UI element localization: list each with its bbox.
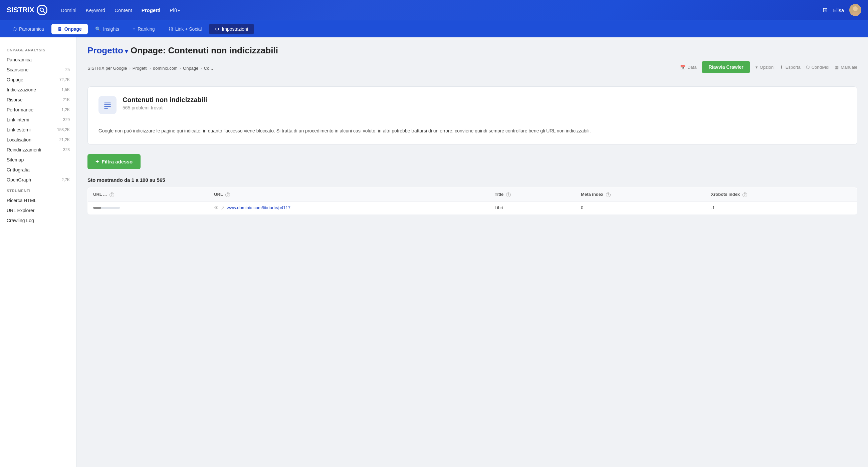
table-row: 👁 ↗ www.dominio.com/libriarte/p4117 Libr…	[88, 201, 857, 214]
svg-rect-8	[104, 108, 108, 109]
help-icon-meta-index[interactable]: ?	[606, 193, 611, 197]
sidebar-item-scansione[interactable]: Scansione 25	[0, 65, 76, 75]
help-icon-title[interactable]: ?	[506, 193, 511, 197]
card-subtitle: 565 problemi trovati	[123, 105, 207, 110]
breadcrumb-progetti[interactable]: Progetti	[132, 66, 148, 71]
toolbar: 📅 Data Riavvia Crawler ▾ Opzioni ⬇ Espor…	[680, 61, 857, 73]
date-picker[interactable]: 📅 Data	[680, 65, 696, 70]
sidebar-item-panoramica[interactable]: Panoramica	[0, 55, 76, 65]
nav-domini[interactable]: Domini	[61, 7, 76, 13]
list-icon	[103, 101, 112, 109]
second-navigation: ⬡ Panoramica 🖥 Onpage 🔍 Insights ≡ Ranki…	[0, 20, 868, 37]
tab-ranking[interactable]: ≡ Ranking	[127, 24, 161, 34]
search-icon: 🔍	[95, 26, 101, 32]
sidebar: ONPAGE ANALYSIS Panoramica Scansione 25 …	[0, 37, 77, 467]
top-nav-right: ⊞ Elisa	[823, 4, 861, 16]
col-url: URL ?	[209, 188, 489, 201]
breadcrumb-sistrix[interactable]: SISTRIX per Google	[88, 66, 127, 71]
info-card: Contenuti non indicizzabili 565 problemi…	[88, 87, 857, 145]
cell-xrobots-index: -1	[706, 201, 857, 214]
tab-panoramica[interactable]: ⬡ Panoramica	[7, 24, 50, 34]
sidebar-item-indicizzazione[interactable]: Indicizzazione 1,5K	[0, 85, 76, 95]
breadcrumb-current[interactable]: Co...	[204, 66, 213, 71]
card-text: Contenuti non indicizzabili 565 problemi…	[123, 96, 207, 110]
svg-point-3	[853, 6, 858, 11]
help-icon-xrobots-index[interactable]: ?	[742, 193, 747, 197]
bars-icon: ≡	[132, 26, 135, 32]
tab-impostazioni[interactable]: ⚙ Impostazioni	[209, 24, 254, 34]
col-xrobots-index: Xrobots index ?	[706, 188, 857, 201]
sidebar-item-localisation[interactable]: Localisation 21,2K	[0, 135, 76, 145]
sidebar-item-link-interni[interactable]: Link interni 329	[0, 115, 76, 125]
sidebar-item-ricerca-html[interactable]: Ricerca HTML	[0, 196, 76, 205]
cell-title: Libri	[489, 201, 576, 214]
export-button[interactable]: ⬇ Esporta	[780, 65, 801, 70]
svg-rect-6	[104, 104, 111, 105]
card-title: Contenuti non indicizzabili	[123, 96, 207, 104]
logo-icon	[37, 5, 48, 15]
sidebar-item-link-esterni[interactable]: Link esterni 153,2K	[0, 125, 76, 135]
svg-rect-7	[104, 106, 111, 107]
breadcrumb-onpage[interactable]: Onpage	[183, 66, 198, 71]
card-header: Contenuti non indicizzabili 565 problemi…	[98, 96, 846, 114]
manual-button[interactable]: ▦ Manuale	[835, 65, 857, 70]
sidebar-item-crittografia[interactable]: Crittografia	[0, 165, 76, 175]
sidebar-item-crawling-log[interactable]: Crawling Log	[0, 215, 76, 226]
plus-icon: +	[95, 158, 99, 165]
filter-button[interactable]: + Filtra adesso	[88, 154, 141, 169]
restart-crawler-button[interactable]: Riavvia Crawler	[702, 61, 750, 73]
sidebar-item-opengraph[interactable]: OpenGraph 2,7K	[0, 175, 76, 185]
col-meta-index: Meta index ?	[576, 188, 705, 201]
card-description: Google non può indicizzare le pagine qui…	[98, 121, 846, 135]
nav-piu[interactable]: Più	[169, 7, 180, 13]
sidebar-item-url-explorer[interactable]: URL Explorer	[0, 205, 76, 215]
book-icon: ▦	[835, 65, 839, 70]
url-link[interactable]: www.dominio.com/libriarte/p4117	[227, 205, 290, 210]
tab-insights[interactable]: 🔍 Insights	[89, 24, 125, 34]
cell-meta-index: 0	[576, 201, 705, 214]
page-header: Progetto Onpage: Contenuti non indicizza…	[88, 45, 857, 56]
help-icon-url[interactable]: ?	[225, 193, 230, 197]
page-title: Onpage: Contenuti non indicizzabili	[130, 45, 278, 56]
tab-onpage[interactable]: 🖥 Onpage	[52, 24, 88, 34]
monitor-icon: 🖥	[57, 26, 62, 32]
sidebar-item-performance[interactable]: Performance 1,2K	[0, 105, 76, 115]
card-icon-box	[98, 96, 117, 114]
cell-url-bar	[88, 201, 209, 214]
sidebar-item-onpage[interactable]: Onpage 72,7K	[0, 75, 76, 85]
nav-content[interactable]: Content	[115, 7, 132, 13]
external-link-icon[interactable]: ↗	[221, 205, 225, 210]
download-icon: ⬇	[780, 65, 783, 70]
tab-link-social[interactable]: ⛓ Link + Social	[162, 24, 208, 34]
avatar[interactable]	[849, 4, 861, 16]
breadcrumb-dominio[interactable]: dominio.com	[153, 66, 178, 71]
table-section: Sto mostrando da 1 a 100 su 565 URL ... …	[88, 177, 857, 214]
user-name[interactable]: Elisa	[833, 7, 844, 13]
share-button[interactable]: ⬡ Condividi	[806, 65, 829, 70]
col-url-bar: URL ... ?	[88, 188, 209, 201]
eye-icon[interactable]: 👁	[214, 205, 219, 210]
logo-text: SISTRIX	[7, 6, 34, 14]
sidebar-item-reindirizzamenti[interactable]: Reindirizzamenti 323	[0, 145, 76, 155]
nav-progetti[interactable]: Progetti	[142, 7, 161, 13]
chevron-down-icon: ▾	[755, 65, 758, 70]
help-icon-url-bar[interactable]: ?	[110, 193, 114, 197]
col-title: Title ?	[489, 188, 576, 201]
project-selector[interactable]: Progetto	[88, 45, 128, 56]
main-content: Progetto Onpage: Contenuti non indicizza…	[77, 37, 868, 467]
svg-rect-5	[104, 102, 111, 103]
sidebar-section-onpage: ONPAGE ANALYSIS	[0, 44, 76, 55]
sidebar-item-risorse[interactable]: Risorse 21K	[0, 95, 76, 105]
top-navigation: SISTRIX Domini Keyword Content Progetti …	[0, 0, 868, 20]
options-button[interactable]: ▾ Opzioni	[755, 65, 775, 70]
breadcrumb: SISTRIX per Google › Progetti › dominio.…	[88, 66, 213, 71]
calendar-icon: 📅	[680, 65, 685, 70]
nav-keyword[interactable]: Keyword	[86, 7, 105, 13]
gear-icon: ⚙	[215, 26, 219, 32]
logo[interactable]: SISTRIX	[7, 5, 48, 15]
table-count: Sto mostrando da 1 a 100 su 565	[88, 177, 857, 183]
sidebar-item-sitemap[interactable]: Sitemap	[0, 155, 76, 165]
grid-icon[interactable]: ⊞	[823, 6, 828, 14]
link-icon: ⛓	[168, 26, 173, 32]
svg-line-1	[43, 11, 44, 12]
